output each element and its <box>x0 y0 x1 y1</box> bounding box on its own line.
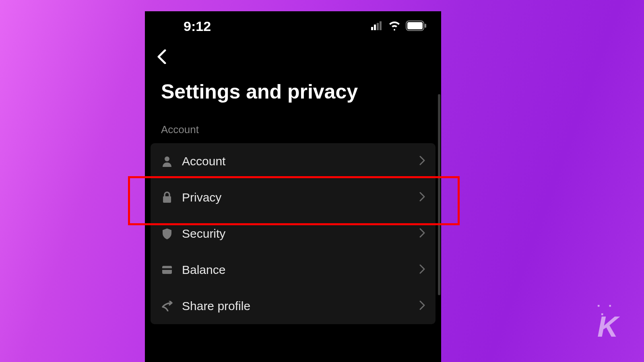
svg-rect-8 <box>163 196 171 203</box>
list-item-account[interactable]: Account <box>151 143 436 179</box>
list-item-label: Privacy <box>182 191 411 204</box>
wallet-icon <box>161 264 173 276</box>
chevron-right-icon <box>419 228 425 239</box>
watermark-logo: ▪ ▪ ▪ K <box>597 302 618 339</box>
cellular-icon <box>371 21 383 32</box>
scrollbar[interactable] <box>438 94 440 295</box>
svg-rect-5 <box>407 22 423 29</box>
svg-rect-10 <box>162 268 172 270</box>
lock-icon <box>161 191 173 204</box>
share-icon <box>161 300 173 312</box>
person-icon <box>161 155 173 167</box>
wifi-icon <box>388 21 401 32</box>
chevron-right-icon <box>419 300 425 312</box>
list-item-label: Account <box>182 154 411 168</box>
phone-frame: 9:12 Settings and privacy Account Accoun… <box>145 11 441 362</box>
status-bar: 9:12 <box>145 11 441 38</box>
list-item-balance[interactable]: Balance <box>151 252 436 288</box>
section-label: Account <box>145 123 441 143</box>
list-item-label: Security <box>182 227 411 241</box>
back-button[interactable] <box>145 38 441 73</box>
svg-rect-3 <box>380 21 382 30</box>
list-item-security[interactable]: Security <box>151 216 436 252</box>
svg-rect-1 <box>374 25 376 30</box>
list-item-privacy[interactable]: Privacy <box>151 179 436 216</box>
shield-icon <box>161 228 173 240</box>
svg-rect-2 <box>377 23 379 30</box>
list-item-label: Balance <box>182 263 411 277</box>
battery-icon <box>406 21 427 33</box>
status-icons <box>371 21 427 33</box>
chevron-right-icon <box>419 192 425 203</box>
svg-rect-6 <box>425 24 426 28</box>
settings-list: Account Privacy Security <box>151 143 436 324</box>
chevron-right-icon <box>419 156 425 167</box>
page-title: Settings and privacy <box>145 73 441 123</box>
chevron-right-icon <box>419 264 425 276</box>
status-time: 9:12 <box>184 19 211 34</box>
svg-point-7 <box>165 156 169 161</box>
list-item-label: Share profile <box>182 299 411 313</box>
list-item-share-profile[interactable]: Share profile <box>151 288 436 324</box>
svg-rect-0 <box>371 27 373 30</box>
